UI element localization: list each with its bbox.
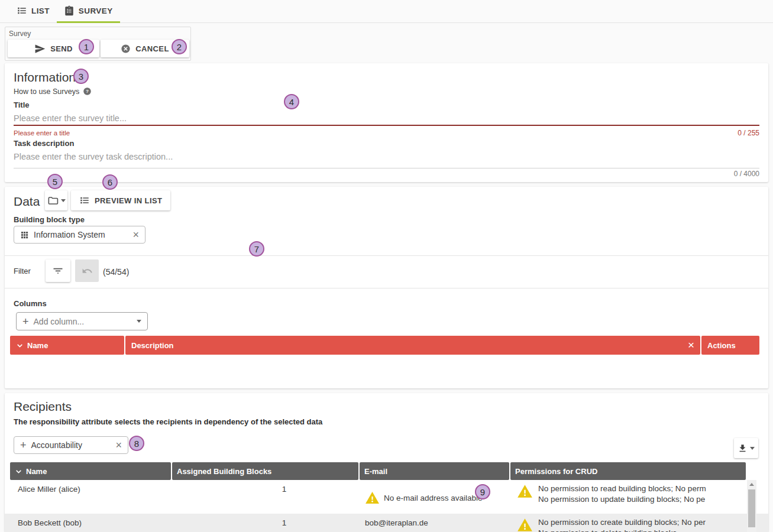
chevron-down-icon — [15, 468, 22, 475]
list-icon — [79, 195, 90, 206]
recipient-assigned-count: 1 — [173, 514, 360, 532]
chevron-down-icon — [137, 320, 141, 323]
annotation-marker-6: 6 — [102, 174, 118, 190]
remove-column-icon[interactable]: × — [688, 339, 694, 352]
recipient-email: No e-mail address available — [384, 494, 483, 502]
svg-text:?: ? — [86, 89, 89, 94]
task-description-label: Task description — [14, 139, 74, 148]
folder-caret-icon — [61, 199, 66, 202]
task-counter: 0 / 4000 — [734, 170, 759, 178]
column-header-name-label: Name — [27, 341, 48, 350]
scrollbar-thumb[interactable] — [748, 489, 755, 527]
information-section: Information How to use Surveys ? Title P… — [5, 63, 768, 182]
tab-list-label: LIST — [31, 7, 50, 15]
title-input[interactable] — [14, 113, 605, 123]
reset-filter-button[interactable] — [75, 259, 99, 282]
task-description-input[interactable] — [14, 152, 605, 161]
saved-queries-button[interactable] — [45, 190, 67, 210]
help-link-label[interactable]: How to use Surveys — [14, 87, 79, 96]
column-header-assigned[interactable]: Assigned Building Blocks — [172, 462, 358, 480]
filter-count: (54/54) — [103, 267, 129, 277]
filter-button[interactable] — [46, 259, 70, 282]
annotation-marker-4: 4 — [284, 94, 299, 109]
recipient-assigned-count: 1 — [173, 480, 360, 514]
column-header-name-label: Name — [26, 467, 47, 476]
column-header-assigned-label: Assigned Building Blocks — [177, 467, 271, 476]
survey-page: LIST SURVEY Survey SEND CANCEL Informati… — [0, 0, 773, 532]
download-caret-icon — [750, 447, 755, 450]
recipients-table-header: Name Assigned Building Blocks E-mail Per… — [10, 462, 746, 480]
clipboard-icon — [64, 5, 75, 16]
permission-message: No permission to update building blocks;… — [538, 494, 706, 505]
task-underline — [14, 168, 759, 168]
help-icon[interactable]: ? — [83, 87, 92, 96]
undo-icon — [82, 265, 93, 277]
annotation-marker-9: 9 — [475, 484, 490, 499]
tab-bar: LIST SURVEY — [0, 0, 773, 23]
column-header-email-label: E-mail — [364, 467, 387, 476]
remove-bbt-icon[interactable]: × — [132, 229, 139, 240]
title-underline — [14, 125, 759, 126]
column-header-name[interactable]: Name — [10, 336, 124, 355]
preview-in-list-button[interactable]: PREVIEW IN LIST — [71, 190, 170, 210]
recipient-email-cell: bob@iteraplan.de — [360, 514, 512, 532]
divider — [5, 288, 768, 288]
grid-icon — [20, 231, 29, 239]
cancel-button-label: CANCEL — [135, 44, 169, 53]
remove-attribute-icon[interactable]: × — [115, 440, 122, 450]
plus-icon: + — [20, 440, 27, 450]
column-header-permissions[interactable]: Permissions for CRUD — [510, 462, 746, 480]
preview-in-list-label: PREVIEW IN LIST — [95, 196, 162, 205]
tab-list[interactable]: LIST — [9, 0, 57, 23]
warning-icon — [365, 491, 380, 505]
table-row[interactable]: Alice Miller (alice) 1 No e-mail address… — [5, 480, 768, 514]
divider — [5, 255, 768, 256]
column-header-actions[interactable]: Actions — [701, 336, 759, 355]
cancel-icon — [121, 44, 131, 54]
information-heading: Information — [14, 70, 76, 85]
chevron-down-icon — [16, 342, 24, 349]
survey-panel-label: Survey — [9, 30, 31, 38]
tab-survey[interactable]: SURVEY — [57, 0, 120, 23]
permission-message: No permission to read building blocks; N… — [538, 484, 706, 494]
folder-icon — [47, 195, 59, 206]
recipient-email-cell: No e-mail address available — [360, 480, 512, 514]
data-section: Data PREVIEW IN LIST Building block type… — [5, 187, 768, 388]
building-block-type-value: Information System — [34, 230, 105, 239]
building-block-type-chip[interactable]: Information System × — [14, 226, 145, 244]
survey-action-panel: Survey SEND CANCEL — [5, 27, 191, 61]
responsibility-attribute-chip[interactable]: + Accountability × — [14, 436, 128, 454]
columns-label: Columns — [14, 299, 47, 308]
column-header-description-label: Description — [131, 341, 174, 350]
title-counter: 0 / 255 — [738, 129, 759, 137]
column-header-permissions-label: Permissions for CRUD — [515, 467, 597, 476]
column-header-description[interactable]: Description × — [125, 336, 700, 355]
help-row: How to use Surveys ? — [14, 87, 92, 96]
recipient-permissions-cell: No permission to create building blocks;… — [512, 514, 768, 532]
recipients-section: Recipients The responsibility attribute … — [5, 393, 768, 532]
add-column-select[interactable]: + Add column... — [16, 312, 148, 330]
recipients-heading: Recipients — [14, 400, 72, 414]
add-column-placeholder: Add column... — [34, 317, 85, 326]
column-header-actions-label: Actions — [707, 341, 736, 350]
annotation-marker-1: 1 — [79, 39, 94, 54]
recipient-email: bob@iteraplan.de — [365, 518, 428, 527]
table-scrollbar[interactable] — [747, 480, 756, 532]
column-header-email[interactable]: E-mail — [360, 462, 509, 480]
filter-icon — [52, 265, 64, 277]
responsibility-attribute-value: Accountability — [31, 440, 82, 450]
title-error: Please enter a title — [14, 129, 70, 137]
building-block-type-label: Building block type — [14, 215, 85, 224]
filter-label: Filter — [14, 267, 31, 275]
recipient-name: Alice Miller (alice) — [5, 480, 173, 514]
scroll-up-icon[interactable] — [749, 483, 754, 486]
table-row[interactable]: Bob Beckett (bob) 1 bob@iteraplan.de No … — [5, 514, 768, 532]
recipient-permissions-cell: No permission to read building blocks; N… — [512, 480, 768, 514]
download-button[interactable] — [734, 438, 758, 458]
annotation-marker-5: 5 — [47, 174, 63, 189]
permission-messages: No permission to read building blocks; N… — [538, 484, 706, 505]
column-header-name[interactable]: Name — [10, 462, 171, 480]
plus-icon: + — [22, 316, 29, 327]
recipient-name: Bob Beckett (bob) — [5, 514, 173, 532]
data-table-header: Name Description × Actions — [10, 336, 759, 355]
